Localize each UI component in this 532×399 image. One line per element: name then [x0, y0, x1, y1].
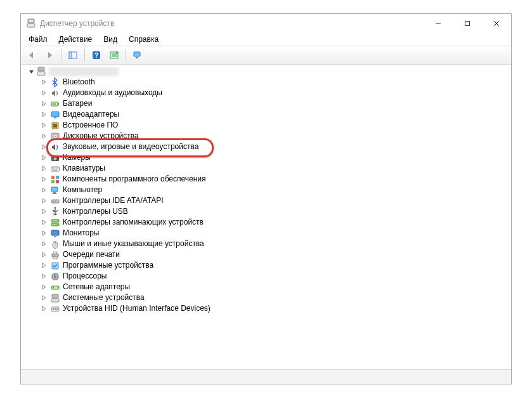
tree-category[interactable]: Очереди печати	[40, 249, 510, 260]
expand-icon[interactable]	[40, 219, 48, 226]
disk-icon	[50, 131, 60, 141]
tree-category[interactable]: Контроллеры IDE ATA/ATAPI	[40, 195, 510, 206]
forward-button[interactable]	[41, 48, 58, 63]
expand-icon[interactable]	[40, 240, 48, 248]
svg-rect-12	[134, 52, 140, 56]
device-tree-area: BluetoothАудиовходы и аудиовыходыБатареи…	[21, 65, 511, 369]
tree-category[interactable]: Мониторы	[40, 228, 510, 239]
category-label: Компоненты программного обеспечения	[63, 174, 206, 185]
swdevice-icon	[50, 261, 60, 271]
category-label: Камеры	[63, 152, 91, 163]
tree-category[interactable]: Устройства HID (Human Interface Devices)	[40, 303, 510, 314]
menu-view[interactable]: Вид	[98, 34, 122, 45]
tree-category[interactable]: Мыши и иные указывающие устройства	[40, 239, 510, 249]
tree-category[interactable]: Bluetooth	[40, 77, 510, 88]
menu-action[interactable]: Действие	[54, 34, 98, 45]
tree-category[interactable]: Контроллеры USB	[40, 206, 510, 217]
expand-icon[interactable]	[27, 68, 35, 75]
expand-icon[interactable]	[40, 186, 48, 194]
battery-icon	[50, 99, 60, 109]
tree-category[interactable]: Клавиатуры	[40, 163, 510, 174]
expand-icon[interactable]	[40, 122, 48, 129]
bluetooth-icon	[50, 77, 60, 88]
svg-rect-4	[465, 22, 470, 26]
tree-root[interactable]	[22, 66, 510, 77]
expand-icon[interactable]	[40, 305, 48, 313]
tree-category[interactable]: Видеоадаптеры	[40, 109, 510, 120]
expand-icon[interactable]	[40, 230, 48, 237]
maximize-button[interactable]	[453, 14, 482, 33]
show-hide-console-tree-button[interactable]	[65, 48, 81, 63]
menu-help[interactable]: Справка	[124, 34, 164, 45]
expand-icon[interactable]	[40, 133, 48, 140]
computer-icon	[36, 67, 46, 77]
expand-icon[interactable]	[40, 111, 48, 119]
window-title: Диспетчер устройств	[40, 19, 114, 28]
close-button[interactable]	[482, 14, 511, 33]
toolbar-separator	[61, 49, 62, 62]
cpu-icon	[50, 271, 60, 282]
monitor-icon	[50, 228, 60, 239]
ide-icon	[50, 196, 60, 206]
svg-rect-2	[29, 20, 33, 22]
firmware-icon	[50, 121, 60, 131]
category-label: Дисковые устройства	[63, 131, 139, 141]
expand-icon[interactable]	[40, 273, 48, 280]
expand-icon[interactable]	[40, 294, 48, 302]
scan-hardware-button[interactable]	[106, 48, 122, 63]
tree-category[interactable]: Компоненты программного обеспечения	[40, 174, 510, 185]
category-label: Системные устройства	[63, 292, 145, 303]
expand-icon[interactable]	[40, 165, 48, 173]
computer-icon	[50, 185, 60, 195]
tree-category[interactable]: Батареи	[40, 98, 510, 109]
tree-category[interactable]: Камеры	[40, 152, 510, 163]
tree-category[interactable]: Сетевые адаптеры	[40, 282, 510, 292]
expand-icon[interactable]	[40, 100, 48, 108]
network-icon	[50, 282, 60, 292]
svg-rect-14	[38, 67, 44, 71]
expand-icon[interactable]	[40, 208, 48, 216]
help-button[interactable]: ?	[88, 48, 105, 63]
category-label: Процессоры	[63, 271, 107, 282]
window-controls	[424, 14, 511, 33]
titlebar-left: Диспетчер устройств	[26, 18, 114, 29]
menu-file[interactable]: Файл	[23, 34, 53, 45]
devices-view-button[interactable]	[129, 48, 146, 63]
tree-category[interactable]: Системные устройства	[40, 292, 510, 303]
tree-category[interactable]: Процессоры	[40, 271, 510, 282]
category-label: Видеоадаптеры	[63, 109, 119, 120]
expand-icon[interactable]	[40, 79, 48, 86]
camera-icon	[50, 153, 60, 163]
expand-icon[interactable]	[40, 284, 48, 291]
svg-rect-8	[69, 52, 72, 58]
category-label: Аудиовходы и аудиовыходы	[63, 88, 162, 98]
expand-icon[interactable]	[40, 176, 48, 183]
tree-category[interactable]: Аудиовходы и аудиовыходы	[40, 88, 510, 98]
device-tree[interactable]: BluetoothАудиовходы и аудиовыходыБатареи…	[22, 66, 510, 314]
tree-category[interactable]: Программные устройства	[40, 260, 510, 271]
category-label: Очереди печати	[63, 249, 120, 260]
app-icon	[26, 18, 36, 29]
expand-icon[interactable]	[40, 143, 48, 151]
expand-icon[interactable]	[40, 197, 48, 205]
minimize-button[interactable]	[424, 14, 453, 33]
audio-io-icon	[50, 88, 60, 98]
category-label: Батареи	[63, 98, 92, 109]
statusbar	[21, 369, 511, 384]
tree-category[interactable]: Контроллеры запоминающих устройств	[40, 217, 510, 228]
menubar: Файл Действие Вид Справка	[21, 33, 511, 46]
expand-icon[interactable]	[40, 251, 48, 259]
category-label: Клавиатуры	[63, 163, 105, 174]
tree-category[interactable]: Звуковые, игровые и видеоустройства	[40, 141, 510, 152]
display-icon	[50, 110, 60, 120]
hid-icon	[50, 304, 60, 314]
storage-icon	[50, 218, 60, 228]
tree-category[interactable]: Компьютер	[40, 185, 510, 195]
expand-icon[interactable]	[40, 89, 48, 97]
tree-category[interactable]: Дисковые устройства	[40, 131, 510, 141]
expand-icon[interactable]	[40, 262, 48, 270]
tree-category[interactable]: Встроенное ПО	[40, 120, 510, 131]
back-button[interactable]	[23, 48, 40, 63]
expand-icon[interactable]	[40, 154, 48, 162]
toolbar: ?	[21, 46, 511, 65]
